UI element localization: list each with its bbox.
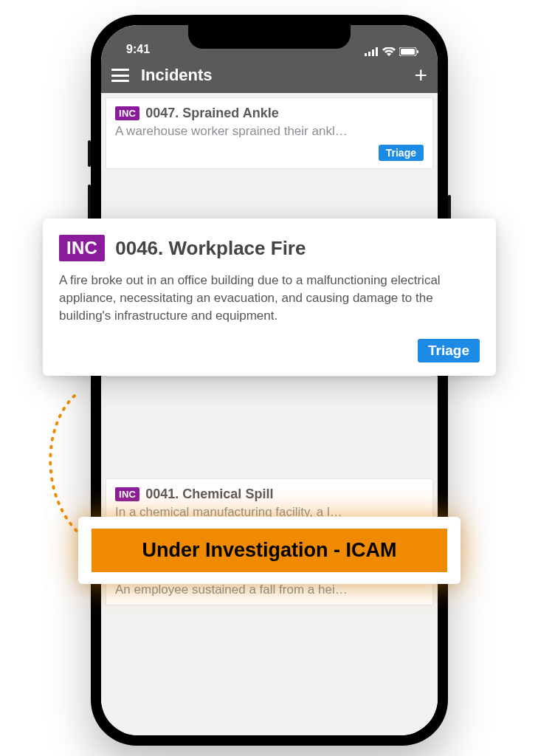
cellular-icon: [365, 47, 379, 56]
svg-rect-3: [376, 47, 378, 56]
inc-badge: INC: [115, 487, 139, 501]
incident-card-expanded[interactable]: INC 0046. Workplace Fire A fire broke ou…: [43, 219, 496, 376]
incident-card[interactable]: INC 0047. Sprained Ankle A warehouse wor…: [106, 97, 433, 169]
status-indicators: [365, 47, 418, 56]
svg-rect-5: [401, 49, 415, 55]
spacer: [101, 384, 438, 478]
incident-subtitle: A warehouse worker sprained their ankl…: [115, 124, 424, 139]
battery-icon: [399, 47, 418, 56]
phone-screen: 9:41 Incidents + INC 0047. Sprained Ankl…: [101, 25, 438, 735]
svg-rect-0: [365, 53, 367, 56]
nav-title: Incidents: [141, 66, 402, 85]
side-button: [88, 140, 91, 167]
svg-rect-6: [417, 50, 418, 53]
incident-title: 0047. Sprained Ankle: [145, 106, 278, 121]
status-time: 9:41: [126, 43, 150, 56]
incident-subtitle: An employee sustained a fall from a hei…: [115, 583, 424, 597]
wifi-icon: [382, 47, 396, 56]
incident-title: 0041. Chemical Spill: [145, 487, 273, 502]
status-badge: Triage: [379, 145, 424, 161]
status-banner-label: Under Investigation - ICAM: [92, 529, 447, 572]
svg-rect-1: [368, 52, 370, 56]
svg-rect-2: [372, 49, 374, 56]
status-banner: Under Investigation - ICAM: [78, 517, 461, 584]
inc-badge: INC: [115, 106, 139, 120]
status-badge: Triage: [418, 339, 480, 362]
incident-body: A fire broke out in an office building d…: [59, 272, 480, 324]
notch: [188, 25, 351, 49]
menu-icon[interactable]: [111, 69, 129, 82]
incident-list[interactable]: INC 0047. Sprained Ankle A warehouse wor…: [101, 93, 438, 735]
phone-frame: 9:41 Incidents + INC 0047. Sprained Ankl…: [91, 15, 448, 746]
add-icon[interactable]: +: [414, 64, 427, 86]
incident-title: 0046. Workplace Fire: [115, 237, 306, 260]
inc-badge: INC: [59, 235, 105, 261]
nav-bar: Incidents +: [101, 58, 438, 93]
